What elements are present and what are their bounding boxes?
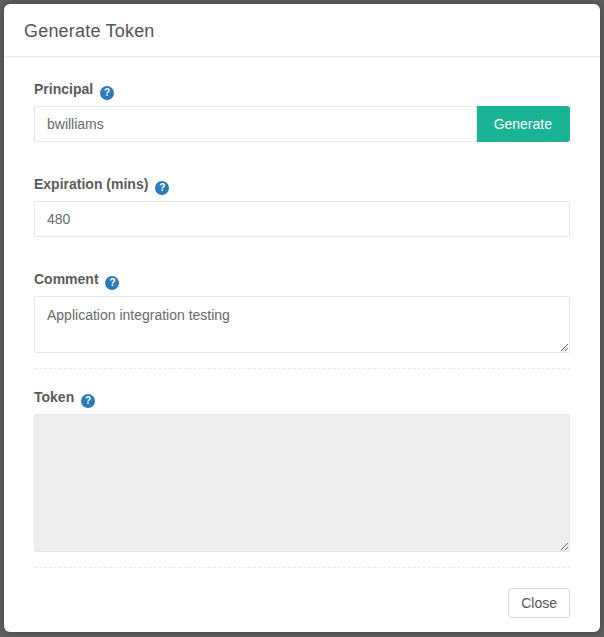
expiration-help-icon[interactable]: ?: [155, 181, 169, 195]
token-help-icon[interactable]: ?: [81, 394, 95, 408]
generate-button[interactable]: Generate: [477, 106, 570, 142]
modal-header: Generate Token: [4, 4, 600, 57]
principal-help-icon[interactable]: ?: [100, 86, 114, 100]
token-label: Token ?: [34, 389, 570, 408]
token-textarea[interactable]: [34, 414, 570, 552]
comment-label: Comment ?: [34, 271, 570, 290]
principal-field-group: Principal ? Generate: [34, 81, 570, 142]
modal-title: Generate Token: [24, 21, 155, 41]
comment-textarea[interactable]: Application integration testing: [34, 296, 570, 353]
modal-footer: Close: [34, 588, 570, 618]
expiration-label: Expiration (mins) ?: [34, 176, 570, 195]
modal-body: Principal ? Generate Expiration (mins) ?…: [4, 57, 600, 637]
generate-token-modal: Generate Token Principal ? Generate Expi…: [4, 4, 600, 632]
token-field-group: Token ?: [34, 389, 570, 552]
principal-label-text: Principal: [34, 81, 93, 97]
expiration-input[interactable]: [34, 201, 570, 237]
expiration-field-group: Expiration (mins) ?: [34, 176, 570, 237]
comment-field-group: Comment ? Application integration testin…: [34, 271, 570, 353]
dashed-divider: [34, 567, 570, 568]
dashed-divider: [34, 368, 570, 369]
principal-label: Principal ?: [34, 81, 570, 100]
expiration-label-text: Expiration (mins): [34, 176, 148, 192]
principal-input[interactable]: [34, 106, 477, 142]
comment-label-text: Comment: [34, 271, 99, 287]
principal-input-group: Generate: [34, 106, 570, 142]
modal-backdrop: Generate Token Principal ? Generate Expi…: [0, 0, 604, 637]
comment-help-icon[interactable]: ?: [105, 276, 119, 290]
token-label-text: Token: [34, 389, 74, 405]
close-button[interactable]: Close: [508, 588, 570, 618]
